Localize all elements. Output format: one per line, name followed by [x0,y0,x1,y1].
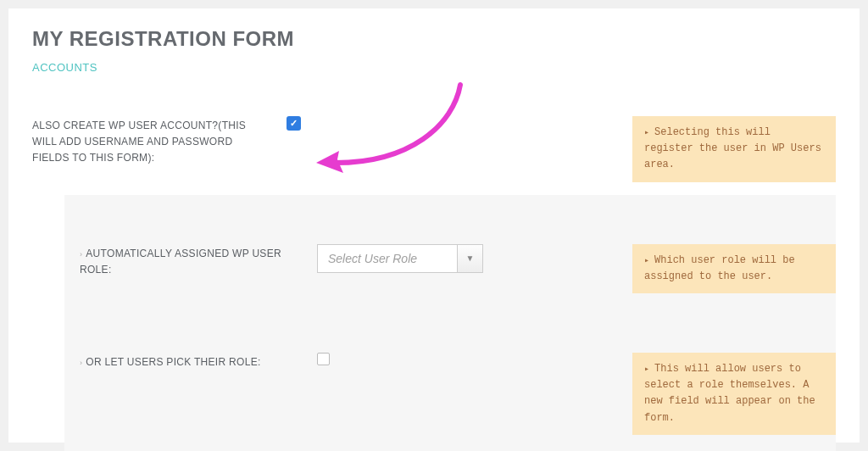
field-row-pick-role: ›OR LET USERS PICK THEIR ROLE: This will… [64,353,836,435]
chevron-right-icon: › [80,359,82,367]
field-row-assigned-role: ›AUTOMATICALLY ASSIGNED WP USER ROLE: Se… [64,244,836,293]
hint-assigned-role: Which user role will be assigned to the … [632,244,836,293]
hint-pick-role: This will allow users to select a role t… [632,353,836,435]
settings-panel: MY REGISTRATION FORM ACCOUNTS ALSO CREAT… [8,8,860,443]
pick-role-checkbox[interactable] [317,353,330,365]
create-account-checkbox[interactable]: ✓ [287,116,301,131]
user-role-select[interactable]: Select User Role ▼ [317,244,483,273]
select-placeholder: Select User Role [318,252,457,265]
page-title: MY REGISTRATION FORM [32,27,836,51]
field-row-create-account: ALSO CREATE WP USER ACCOUNT?(THIS WILL A… [32,116,836,182]
chevron-right-icon: › [80,250,82,259]
tab-accounts[interactable]: ACCOUNTS [32,61,836,74]
nested-role-panel: ›AUTOMATICALLY ASSIGNED WP USER ROLE: Se… [64,195,836,451]
field-label: ›AUTOMATICALLY ASSIGNED WP USER ROLE: [80,244,300,278]
chevron-down-icon: ▼ [457,245,482,272]
field-label: ›OR LET USERS PICK THEIR ROLE: [80,353,300,370]
hint-create-account: Selecting this will register the user in… [632,116,836,182]
field-label: ALSO CREATE WP USER ACCOUNT?(THIS WILL A… [32,116,270,167]
